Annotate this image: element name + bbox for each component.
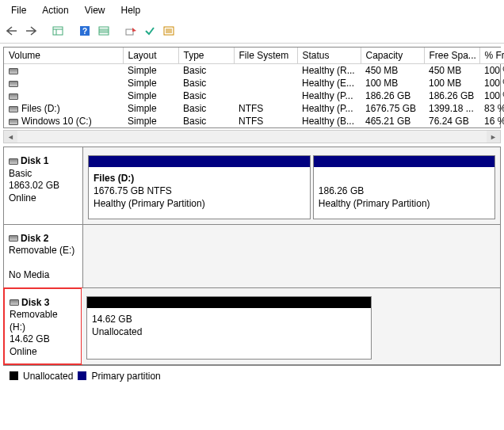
disk-3-type: Removable (H:) — [10, 309, 58, 333]
col-type[interactable]: Type — [178, 48, 234, 64]
volume-row[interactable]: SimpleBasicHealthy (P...186.26 GB186.26 … — [4, 89, 504, 102]
cell-free: 186.26 GB — [424, 89, 479, 102]
panel-button[interactable] — [49, 22, 67, 40]
legend: Unallocated Primary partition — [3, 365, 501, 385]
volume-row[interactable]: SimpleBasicHealthy (R...450 MB450 MB100 … — [4, 64, 504, 78]
cell-fs: NTFS — [234, 102, 297, 115]
disk-3-name: Disk 3 — [21, 297, 49, 308]
disk-1-status: Online — [9, 192, 36, 204]
menu-file[interactable]: File — [3, 2, 34, 19]
disk-1-size: 1863.02 GB — [9, 180, 59, 191]
menu-help[interactable]: Help — [113, 2, 149, 19]
volume-list: Volume Layout Type File System Status Ca… — [3, 47, 501, 128]
cell-type: Basic — [178, 115, 234, 127]
cell-volume: Files (D:) — [4, 102, 123, 115]
partition-title: Files (D:) — [94, 173, 134, 184]
cell-capacity: 100 MB — [361, 77, 424, 89]
cell-layout: Simple — [123, 115, 178, 127]
legend-primary-label: Primary partition — [91, 371, 160, 382]
cell-volume: Windows 10 (C:) — [4, 115, 123, 127]
cell-layout: Simple — [123, 77, 178, 89]
volume-icon — [9, 81, 18, 87]
toolbar: ? — [0, 21, 504, 44]
cell-status: Healthy (P... — [297, 102, 361, 115]
disk-3-size: 14.62 GB — [10, 333, 50, 344]
disk-2-body — [83, 225, 500, 287]
partition-status: Unallocated — [92, 326, 142, 337]
cell-free: 450 MB — [424, 64, 479, 78]
scroll-left-icon[interactable]: ◄ — [4, 131, 17, 143]
cell-type: Basic — [178, 102, 234, 115]
cell-fs — [234, 89, 297, 102]
forward-button[interactable] — [22, 22, 40, 40]
volume-row[interactable]: Windows 10 (C:)SimpleBasicNTFSHealthy (B… — [4, 115, 504, 127]
col-freespace[interactable]: Free Spa... — [424, 48, 479, 64]
cell-layout: Simple — [123, 64, 178, 78]
disk-graphical-view: Disk 1 Basic 1863.02 GB Online Files (D:… — [3, 147, 501, 365]
disk-3-header[interactable]: Disk 3 Removable (H:) 14.62 GB Online — [3, 287, 82, 365]
disk-3-row: Disk 3 Removable (H:) 14.62 GB Online 14… — [4, 288, 500, 364]
partition-size: 186.26 GB — [319, 185, 364, 196]
disk-1-partition-1[interactable]: Files (D:) 1676.75 GB NTFS Healthy (Prim… — [88, 155, 311, 219]
col-filesystem[interactable]: File System — [234, 48, 297, 64]
col-capacity[interactable]: Capacity — [361, 48, 424, 64]
check-button[interactable] — [141, 22, 158, 40]
cell-status: Healthy (E... — [297, 77, 361, 89]
action-button[interactable] — [122, 22, 139, 40]
properties-button[interactable] — [160, 22, 178, 40]
cell-volume — [4, 89, 123, 102]
partition-bar — [89, 156, 310, 167]
partition-size: 14.62 GB — [92, 314, 132, 325]
cell-pct: 16 % — [479, 115, 504, 127]
legend-unallocated-label: Unallocated — [23, 371, 73, 382]
cell-free: 76.24 GB — [424, 115, 479, 127]
help-button[interactable]: ? — [76, 22, 94, 40]
disk-icon — [10, 299, 19, 306]
cell-free: 1399.18 ... — [424, 102, 479, 115]
col-status[interactable]: Status — [297, 48, 361, 64]
cell-status: Healthy (R... — [297, 64, 361, 78]
column-headers: Volume Layout Type File System Status Ca… — [4, 48, 504, 64]
cell-capacity: 186.26 GB — [361, 89, 424, 102]
disk-2-type: Removable (E:) — [9, 245, 74, 256]
horizontal-scrollbar[interactable]: ◄ ► — [3, 130, 501, 143]
disk-2-header[interactable]: Disk 2 Removable (E:) No Media — [4, 225, 83, 287]
legend-unallocated-swatch — [10, 371, 18, 380]
cell-free: 100 MB — [424, 77, 479, 89]
cell-layout: Simple — [123, 102, 178, 115]
disk-1-header[interactable]: Disk 1 Basic 1863.02 GB Online — [4, 147, 83, 224]
menu-view[interactable]: View — [77, 2, 113, 19]
partition-bar — [314, 156, 494, 167]
disk-3-partition-1[interactable]: 14.62 GB Unallocated — [86, 296, 372, 360]
scroll-right-icon[interactable]: ► — [487, 131, 500, 143]
cell-layout: Simple — [123, 89, 178, 102]
disk-2-row: Disk 2 Removable (E:) No Media — [4, 225, 500, 288]
cell-pct: 100 % — [479, 89, 504, 102]
col-volume[interactable]: Volume — [4, 48, 123, 64]
legend-primary-swatch — [78, 371, 86, 380]
cell-fs: NTFS — [234, 115, 297, 127]
col-pctfree[interactable]: % Fre — [479, 48, 504, 64]
cell-fs — [234, 64, 297, 78]
list-button[interactable] — [95, 22, 113, 40]
back-button[interactable] — [3, 22, 21, 40]
cell-pct: 100 % — [479, 64, 504, 78]
disk-1-type: Basic — [9, 168, 32, 179]
disk-2-name: Disk 2 — [21, 233, 48, 244]
disk-2-status: No Media — [9, 269, 49, 280]
disk-1-row: Disk 1 Basic 1863.02 GB Online Files (D:… — [4, 147, 500, 225]
volume-row[interactable]: Files (D:)SimpleBasicNTFSHealthy (P...16… — [4, 102, 504, 115]
cell-status: Healthy (P... — [297, 89, 361, 102]
volume-icon — [9, 93, 18, 100]
col-layout[interactable]: Layout — [123, 48, 178, 64]
disk-3-status: Online — [10, 346, 37, 357]
menu-action[interactable]: Action — [34, 2, 76, 19]
disk-icon — [9, 158, 18, 165]
disk-1-partition-2[interactable]: 186.26 GB Healthy (Primary Partition) — [313, 155, 495, 219]
volume-row[interactable]: SimpleBasicHealthy (E...100 MB100 MB100 … — [4, 77, 504, 89]
svg-rect-0 — [53, 27, 63, 35]
cell-pct: 100 % — [479, 77, 504, 89]
cell-capacity: 1676.75 GB — [361, 102, 424, 115]
cell-status: Healthy (B... — [297, 115, 361, 127]
cell-type: Basic — [178, 77, 234, 89]
